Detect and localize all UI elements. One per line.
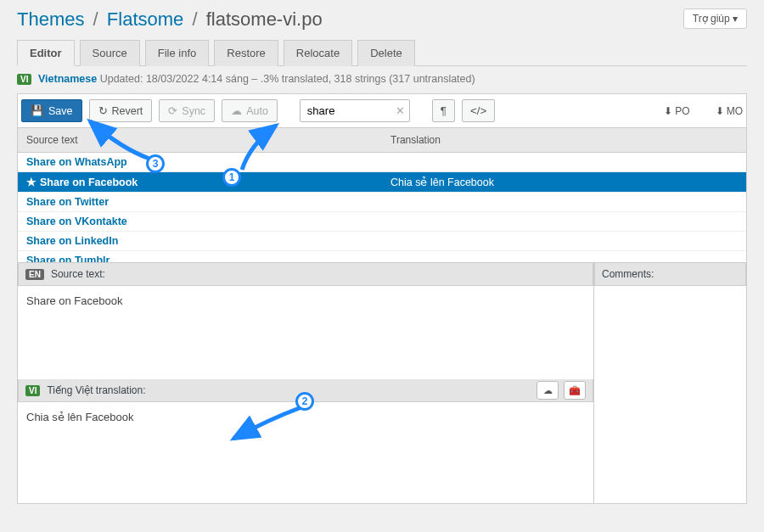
source-badge: EN [25, 269, 44, 280]
cloud-icon: ☁ [543, 385, 553, 396]
clear-search-icon[interactable]: ✕ [396, 104, 405, 117]
save-button[interactable]: 💾 Save [21, 99, 82, 122]
toolbox-button[interactable]: 🧰 [564, 381, 586, 400]
search-input[interactable] [300, 99, 410, 122]
download-icon: ⬇ [716, 105, 724, 117]
tab-file-info[interactable]: File info [145, 40, 210, 66]
breadcrumb-themes[interactable]: Themes [17, 8, 84, 30]
cloud-icon: ☁ [231, 104, 242, 117]
table-row[interactable]: Share on VKontakte [18, 212, 746, 232]
table-row[interactable]: Share on LinkedIn [18, 232, 746, 251]
string-list[interactable]: Share on WhatsApp★Share on FacebookChia … [17, 153, 747, 263]
row-translation [382, 193, 746, 211]
row-translation [382, 212, 746, 231]
lang-name[interactable]: Vietnamese [38, 73, 97, 85]
star-icon: ★ [26, 176, 37, 188]
translation-input[interactable] [18, 402, 593, 504]
row-source: ★Share on Facebook [18, 172, 382, 192]
col-source[interactable]: Source text [18, 128, 382, 152]
col-translation[interactable]: Translation [382, 128, 746, 152]
row-translation: Chia sẻ lên Facebook [382, 172, 746, 192]
annotation-2: 2 [295, 392, 314, 411]
table-row[interactable]: Share on WhatsApp [18, 153, 746, 172]
download-icon: ⬇ [664, 105, 672, 117]
language-status: VI Vietnamese Updated: 18/03/2022 4:14 s… [17, 73, 747, 85]
row-translation [382, 251, 746, 263]
download-mo[interactable]: ⬇ MO [716, 105, 743, 117]
row-source: Share on Twitter [18, 193, 382, 211]
source-panel-header: EN Source text: [18, 263, 593, 286]
toolbar: 💾 Save ↻ Revert ⟳ Sync ☁ Auto ✕ ¶ </> ⬇ … [17, 93, 747, 128]
tabs: Editor Source File info Restore Relocate… [17, 39, 747, 66]
auto-button[interactable]: ☁ Auto [222, 99, 278, 122]
code-view-button[interactable]: </> [462, 99, 495, 122]
breadcrumb-flatsome[interactable]: Flatsome [107, 8, 183, 30]
tab-restore[interactable]: Restore [214, 40, 278, 66]
annotation-3: 3 [146, 154, 165, 173]
lang-meta: Updated: 18/03/2022 4:14 sáng – .3% tran… [100, 73, 475, 85]
tab-delete[interactable]: Delete [357, 40, 415, 66]
translation-badge: VI [25, 385, 40, 396]
row-source: Share on WhatsApp [18, 153, 382, 171]
list-header: Source text Translation [17, 128, 747, 153]
tab-source[interactable]: Source [80, 40, 140, 66]
suggest-button[interactable]: ☁ [536, 381, 559, 400]
download-po[interactable]: ⬇ PO [664, 105, 689, 117]
save-icon: 💾 [31, 104, 44, 117]
table-row[interactable]: Share on Tumblr [18, 251, 746, 263]
annotation-1: 1 [222, 168, 241, 187]
tab-editor[interactable]: Editor [17, 40, 75, 66]
row-source: Share on Tumblr [18, 251, 382, 263]
revert-button[interactable]: ↻ Revert [89, 99, 153, 122]
sync-button[interactable]: ⟳ Sync [159, 99, 215, 122]
breadcrumb-file: flatsome-vi.po [206, 8, 323, 30]
revert-icon: ↻ [98, 104, 108, 117]
comments-label: Comments: [602, 268, 654, 280]
translation-label: Tiếng Việt translation: [47, 384, 145, 396]
source-label: Source text: [51, 268, 105, 280]
tab-relocate[interactable]: Relocate [284, 40, 352, 66]
help-button[interactable]: Trợ giúp ▾ [683, 8, 747, 29]
table-row[interactable]: Share on Twitter [18, 193, 746, 212]
row-source: Share on LinkedIn [18, 232, 382, 250]
row-translation [382, 153, 746, 171]
source-text-value: Share on Facebook [18, 286, 593, 379]
row-translation [382, 232, 746, 250]
comments-body[interactable] [594, 286, 746, 504]
sync-icon: ⟳ [168, 104, 177, 117]
row-source: Share on VKontakte [18, 212, 382, 231]
toolbox-icon: 🧰 [569, 385, 581, 396]
comments-header: Comments: [594, 263, 746, 286]
table-row[interactable]: ★Share on FacebookChia sẻ lên Facebook [18, 172, 746, 193]
breadcrumb: Themes / Flatsome / flatsome-vi.po [17, 8, 323, 31]
lang-badge: VI [17, 74, 31, 85]
pilcrow-button[interactable]: ¶ [432, 99, 455, 122]
